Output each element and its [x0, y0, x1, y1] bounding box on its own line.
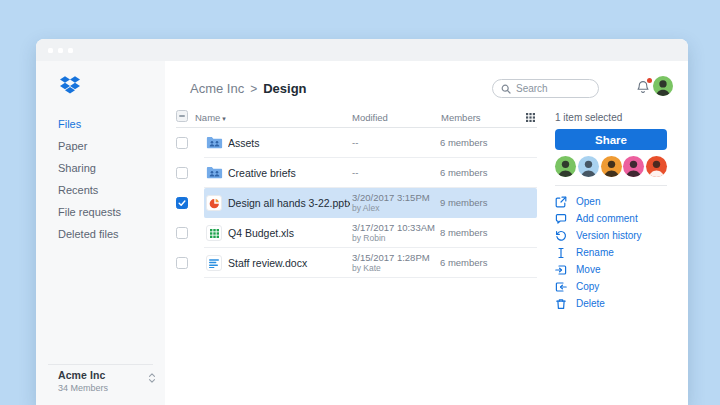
document-file-icon — [206, 255, 222, 271]
comment-icon — [555, 213, 567, 225]
member-avatar[interactable] — [555, 156, 576, 177]
breadcrumb-current: Design — [263, 81, 306, 96]
member-avatar[interactable] — [578, 156, 599, 177]
modified-by: by Robin — [352, 233, 438, 244]
sidebar-item-label: Recents — [58, 184, 98, 196]
breadcrumb-parent[interactable]: Acme Inc — [190, 81, 244, 96]
notifications-button[interactable] — [636, 80, 651, 96]
row-body[interactable]: Design all hands 3-22.pptx 3/20/2017 3:1… — [204, 188, 537, 218]
action-label: Rename — [576, 247, 614, 258]
sidebar-item-label: Paper — [58, 140, 87, 152]
sidebar-item-paper[interactable]: Paper — [58, 135, 157, 157]
file-name: Design all hands 3-22.pptx — [228, 188, 350, 217]
sidebar-item-files[interactable]: Files — [58, 113, 157, 135]
file-modified: -- — [352, 128, 438, 157]
window-titlebar — [36, 39, 688, 61]
column-header-modified[interactable]: Modified — [352, 112, 388, 123]
sort-arrow-icon: ▾ — [222, 115, 226, 122]
action-menu: Open Add comment Version history Rename — [555, 193, 667, 312]
action-rename[interactable]: Rename — [555, 244, 667, 261]
action-delete[interactable]: Delete — [555, 295, 667, 312]
table-row-selected: Design all hands 3-22.pptx 3/20/2017 3:1… — [176, 188, 537, 218]
select-all-checkbox[interactable] — [176, 110, 188, 122]
breadcrumb-separator: > — [250, 82, 257, 96]
main-content: Acme Inc > Design — [165, 61, 688, 405]
row-body[interactable]: Assets -- 6 members — [204, 128, 537, 158]
action-label: Move — [576, 264, 600, 275]
sidebar-item-sharing[interactable]: Sharing — [58, 157, 157, 179]
file-name: Assets — [228, 128, 350, 157]
row-body[interactable]: Creative briefs -- 6 members — [204, 158, 537, 188]
history-icon — [555, 230, 567, 242]
column-header-members[interactable]: Members — [441, 112, 481, 123]
sidebar-item-label: File requests — [58, 206, 121, 218]
action-label: Copy — [576, 281, 599, 292]
action-label: Delete — [576, 298, 605, 309]
user-avatar[interactable] — [653, 76, 673, 96]
search-input[interactable] — [516, 83, 586, 94]
file-modified: -- — [352, 158, 438, 187]
sidebar-item-deleted-files[interactable]: Deleted files — [58, 223, 157, 245]
search-icon — [501, 84, 511, 94]
member-avatar[interactable] — [646, 156, 667, 177]
action-add-comment[interactable]: Add comment — [555, 210, 667, 227]
row-body[interactable]: Q4 Budget.xls 3/17/2017 10:33AMby Robin … — [204, 218, 537, 248]
presentation-file-icon — [206, 195, 222, 211]
file-name: Creative briefs — [228, 158, 350, 187]
sidebar-nav: Files Paper Sharing Recents File request… — [58, 113, 157, 245]
search-box[interactable] — [492, 79, 599, 98]
team-switch-chevrons-icon[interactable] — [148, 372, 156, 384]
modified-by: by Kate — [352, 263, 438, 274]
file-table: Name▾ Modified Members — [176, 110, 537, 278]
file-modified: 3/17/2017 10:33AMby Robin — [352, 218, 438, 247]
detail-panel: 1 item selected Share Open — [555, 112, 667, 312]
file-modified: 3/15/2017 1:28PMby Kate — [352, 248, 438, 277]
notification-dot — [647, 78, 652, 83]
shared-folder-icon — [206, 166, 223, 179]
open-icon — [555, 196, 567, 208]
file-modified: 3/20/2017 3:15PMby Alex — [352, 188, 438, 217]
table-row: Assets -- 6 members — [176, 128, 537, 158]
action-copy[interactable]: Copy — [555, 278, 667, 295]
row-checkbox[interactable] — [176, 227, 188, 239]
window-control-dot[interactable] — [58, 48, 63, 53]
team-name: Acme Inc — [58, 369, 155, 381]
window-control-dot[interactable] — [68, 48, 73, 53]
team-selector[interactable]: Acme Inc 34 Members — [58, 369, 155, 393]
trash-icon — [555, 298, 567, 310]
row-checkbox-checked[interactable] — [176, 197, 188, 209]
sidebar-item-recents[interactable]: Recents — [58, 179, 157, 201]
action-label: Add comment — [576, 213, 638, 224]
table-row: Creative briefs -- 6 members — [176, 158, 537, 188]
action-move[interactable]: Move — [555, 261, 667, 278]
table-row: Q4 Budget.xls 3/17/2017 10:33AMby Robin … — [176, 218, 537, 248]
column-header-name[interactable]: Name▾ — [195, 112, 226, 123]
sidebar-item-file-requests[interactable]: File requests — [58, 201, 157, 223]
selection-status: 1 item selected — [555, 112, 667, 123]
copy-icon — [555, 281, 567, 293]
sidebar: Files Paper Sharing Recents File request… — [36, 61, 165, 405]
row-checkbox[interactable] — [176, 257, 188, 269]
file-members: 6 members — [440, 128, 488, 157]
move-icon — [555, 264, 567, 276]
file-members: 6 members — [440, 248, 488, 277]
file-members: 6 members — [440, 158, 488, 187]
grid-view-icon[interactable] — [526, 113, 535, 122]
dropbox-logo-icon[interactable] — [60, 76, 80, 94]
sidebar-footer-divider — [48, 364, 153, 365]
row-checkbox[interactable] — [176, 167, 188, 179]
action-version-history[interactable]: Version history — [555, 227, 667, 244]
share-button[interactable]: Share — [555, 129, 667, 150]
row-checkbox[interactable] — [176, 137, 188, 149]
spreadsheet-file-icon — [206, 225, 222, 241]
action-open[interactable]: Open — [555, 193, 667, 210]
file-name: Q4 Budget.xls — [228, 218, 350, 247]
file-members: 8 members — [440, 218, 488, 247]
team-member-count: 34 Members — [58, 383, 155, 393]
member-avatar[interactable] — [623, 156, 644, 177]
member-avatar[interactable] — [601, 156, 622, 177]
window-control-dot[interactable] — [48, 48, 53, 53]
sidebar-item-label: Deleted files — [58, 228, 119, 240]
modified-by: by Alex — [352, 203, 438, 214]
row-body[interactable]: Staff review.docx 3/15/2017 1:28PMby Kat… — [204, 248, 537, 278]
